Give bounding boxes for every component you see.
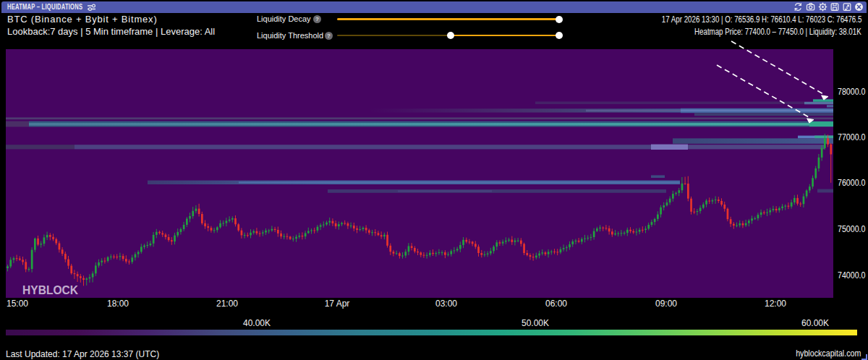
svg-text:HYBLOCK: HYBLOCK — [22, 283, 78, 296]
